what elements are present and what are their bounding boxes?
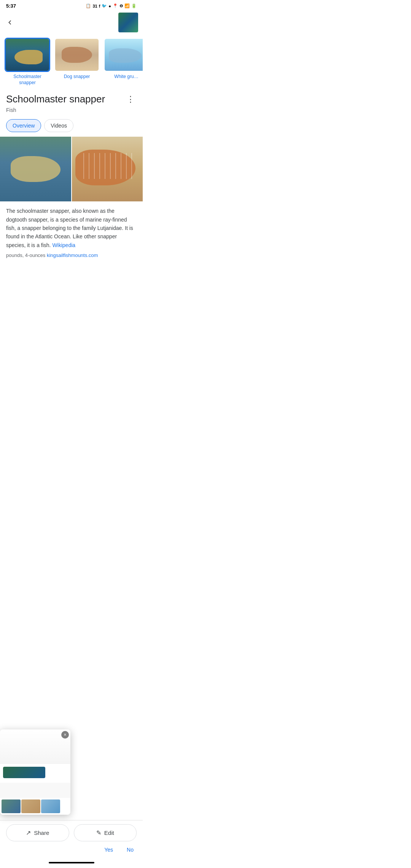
entity-section: Schoolmaster snapper ⋮ Fish xyxy=(0,87,143,116)
edit-label: Edit xyxy=(104,830,114,836)
strip-item-white[interactable]: White gru… xyxy=(104,38,143,86)
header-thumbnail xyxy=(118,13,138,32)
header xyxy=(0,10,143,35)
tabs-bar: Overview Videos xyxy=(0,116,143,132)
overlay-card: × xyxy=(0,729,70,815)
status-bar: 5:37 📋 31 f 🐦 ● 📍 ⊖ 📶 🔋 xyxy=(0,0,143,10)
strip-image-schoolmaster xyxy=(5,38,50,72)
fish-image-3 xyxy=(105,39,143,71)
strip-label-dog: Dog snapper xyxy=(54,74,100,80)
fish-image-2 xyxy=(55,39,99,71)
feedback-no-button[interactable]: No xyxy=(124,845,137,854)
overlay-close-button[interactable]: × xyxy=(61,731,69,739)
main-image-left[interactable] xyxy=(0,137,71,201)
status-icons: 📋 31 f 🐦 ● 📍 ⊖ 📶 🔋 xyxy=(86,3,137,8)
feedback-row: Yes No xyxy=(0,845,143,859)
overlay-thumbnails xyxy=(0,798,70,815)
calendar-icon: 31 xyxy=(92,4,97,8)
fact-text: pounds, 4-ounces kingsailfishmounts.com xyxy=(6,252,137,258)
notification-icons: 📋 xyxy=(86,3,91,8)
entity-subtitle: Fish xyxy=(6,107,137,113)
thumbnail-image xyxy=(118,13,138,32)
share-button[interactable]: ↗ Share xyxy=(6,824,69,841)
strip-image-dog xyxy=(54,38,100,72)
edit-icon: ✎ xyxy=(96,829,101,836)
tab-overview[interactable]: Overview xyxy=(6,119,41,132)
strip-item-schoolmaster[interactable]: Schoolmaster snapper xyxy=(5,38,50,86)
overlay-thumb-1[interactable] xyxy=(2,799,21,813)
edit-button[interactable]: ✎ Edit xyxy=(74,824,137,841)
overlay-screen-top xyxy=(0,729,70,764)
strip-image-white xyxy=(104,38,143,72)
battery-icon: 🔋 xyxy=(131,3,137,8)
fish-image-1 xyxy=(6,39,49,71)
main-images-grid xyxy=(0,137,143,201)
feedback-yes-button[interactable]: Yes xyxy=(101,845,116,854)
nav-pill xyxy=(49,862,94,863)
status-time: 5:37 xyxy=(6,3,16,9)
overlay-screen-bot xyxy=(0,783,70,798)
wikipedia-link[interactable]: Wikipedia xyxy=(52,242,75,248)
share-label: Share xyxy=(34,830,49,836)
overlay-screen-mid xyxy=(0,764,70,783)
signal-icon: 📶 xyxy=(124,3,130,8)
share-icon: ↗ xyxy=(26,829,31,836)
facebook-icon: f xyxy=(99,4,100,8)
image-strip: Schoolmaster snapper Dog snapper White g… xyxy=(0,35,143,87)
strip-item-dog[interactable]: Dog snapper xyxy=(54,38,100,86)
entity-title: Schoolmaster snapper xyxy=(6,93,124,105)
minus-icon: ⊖ xyxy=(119,3,123,8)
overlay-screenshot xyxy=(0,729,70,798)
more-options-button[interactable]: ⋮ xyxy=(124,93,137,105)
bottom-bar: ↗ Share ✎ Edit Yes No xyxy=(0,820,143,868)
description-section: The schoolmaster snapper, also known as … xyxy=(0,201,143,261)
overlay-thumb-3[interactable] xyxy=(41,799,60,813)
entity-title-row: Schoolmaster snapper ⋮ xyxy=(6,93,137,105)
nav-bar xyxy=(0,859,143,868)
overlay-thumb-2[interactable] xyxy=(21,799,40,813)
dot-icon: ● xyxy=(108,4,111,8)
twitter-icon: 🐦 xyxy=(102,3,107,8)
back-button[interactable] xyxy=(5,17,15,28)
main-image-right[interactable] xyxy=(72,137,143,201)
description-text: The schoolmaster snapper, also known as … xyxy=(6,207,137,249)
strip-label-white: White gru… xyxy=(104,74,143,80)
tab-videos[interactable]: Videos xyxy=(44,119,73,132)
location-icon: 📍 xyxy=(113,3,118,8)
bottom-actions: ↗ Share ✎ Edit xyxy=(0,820,143,845)
source-link[interactable]: kingsailfishmounts.com xyxy=(47,252,98,258)
strip-label-schoolmaster: Schoolmaster snapper xyxy=(5,74,50,86)
